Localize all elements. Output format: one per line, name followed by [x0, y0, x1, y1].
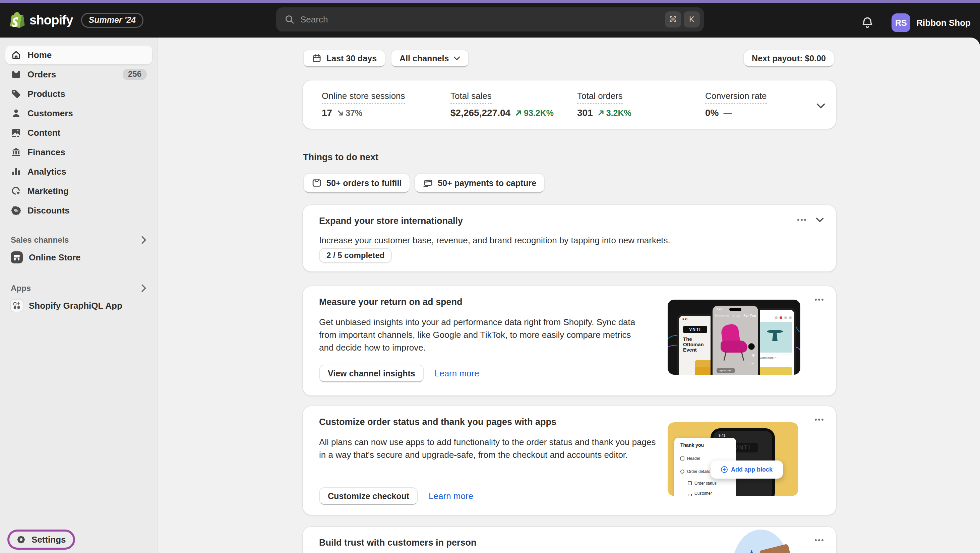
sidebar-item-analytics[interactable]: Analytics [5, 162, 152, 181]
home-icon [11, 49, 21, 60]
shopify-bag-icon [10, 11, 25, 29]
learn-more-link[interactable]: Learn more [429, 491, 473, 501]
orders-to-fulfill-button[interactable]: 50+ orders to fulfill [303, 173, 410, 193]
sidebar-item-label: Marketing [27, 186, 69, 196]
sales-channels-header[interactable]: Sales channels [5, 232, 152, 248]
todo-heading: Things to do next [303, 152, 379, 162]
avatar: RS [891, 13, 910, 32]
sidebar-item-finances[interactable]: Finances [5, 143, 152, 162]
shop-name: Ribbon Shop [916, 18, 970, 28]
next-payout-button[interactable]: Next payout: $0.00 [743, 49, 835, 67]
date-range-button[interactable]: Last 30 days [303, 49, 385, 67]
card-title: Customize order status and thank you pag… [319, 417, 556, 427]
finances-bank-icon [11, 147, 21, 157]
metric-total-sales: Total sales $2,265,227.04 93.2K% [450, 89, 554, 118]
sidebar-item-label: Analytics [27, 167, 66, 177]
plus-icon: + [721, 466, 728, 473]
vnti-logo: VNTI [683, 326, 707, 333]
phone-clock: 9:41 [719, 434, 725, 437]
sidebar-item-products[interactable]: Products [5, 84, 152, 103]
card-menu-ellipsis-icon[interactable] [797, 219, 807, 221]
ad-spend-illustration: 9:41 VNTI The Ottoman Event 9:41 Followi… [668, 300, 800, 375]
sidebar-item-home[interactable]: Home [5, 46, 152, 64]
sidebar: Home Orders 256 Products [0, 38, 158, 553]
calendar-icon [312, 53, 322, 64]
sidebar-item-marketing[interactable]: Marketing [5, 182, 152, 200]
metrics-card: Online store sessions 17 37% Total sales… [303, 80, 836, 129]
metric-value: 17 [322, 108, 332, 118]
top-accent-strip [0, 0, 980, 3]
comment-dots-icon: ⋯ [750, 361, 755, 366]
sidebar-item-graphiql-app[interactable]: Shopify GraphiQL App [5, 296, 152, 315]
sidebar-item-content[interactable]: Content [5, 123, 152, 142]
learn-more-link[interactable]: Learn more [435, 368, 479, 379]
topbar-right: RS Ribbon Shop [861, 5, 970, 40]
phone-clock: 9:41 [717, 308, 722, 311]
card-collapse-chevron-icon[interactable] [816, 217, 824, 222]
chevron-right-icon [141, 284, 147, 292]
online-store-icon [11, 251, 23, 264]
card-menu-ellipsis-icon[interactable] [815, 418, 824, 421]
search-input[interactable] [300, 14, 665, 25]
metric-value: $2,265,227.04 [450, 108, 511, 118]
button-label: Customize checkout [328, 491, 409, 501]
kbd-k: K [684, 11, 700, 27]
svg-text:%: % [14, 207, 18, 213]
apps-header[interactable]: Apps [5, 280, 152, 296]
metric-label[interactable]: Online store sessions [322, 91, 405, 104]
channel-filter-button[interactable]: All channels [391, 49, 469, 67]
metric-label[interactable]: Conversion rate [705, 91, 767, 104]
card-expand-internationally: Expand your store internationally Increa… [303, 205, 836, 272]
kbd-command: ⌘ [665, 11, 681, 27]
feed-tabs: FollowingShopFor You [713, 314, 758, 318]
metrics-expand-chevron-icon[interactable] [816, 99, 825, 111]
promoted-card: Learn more ↗ [757, 354, 792, 365]
panel-title: Thank you [675, 438, 736, 452]
metric-label[interactable]: Total sales [450, 91, 492, 104]
metric-online-store-sessions: Online store sessions 17 37% [322, 89, 405, 118]
phone-notch [729, 308, 741, 311]
metric-label[interactable]: Total orders [577, 91, 623, 104]
payments-to-capture-button[interactable]: 50+ payments to capture [414, 173, 545, 193]
card-title: Expand your store internationally [319, 216, 463, 226]
metric-value: 0% [705, 108, 719, 118]
sponsored-chip: Sponsored [717, 368, 735, 373]
sidebar-item-orders[interactable]: Orders 256 [5, 65, 152, 84]
card-title: Measure your return on ad spend [319, 297, 463, 307]
products-tag-icon [11, 89, 21, 99]
payment-card-icon [423, 178, 433, 188]
metric-change: 3.2K% [598, 108, 632, 118]
customize-checkout-button[interactable]: Customize checkout [319, 487, 418, 505]
panel-row-order-status: Order status [675, 478, 736, 488]
notifications-bell-icon[interactable] [861, 16, 874, 30]
date-range-label: Last 30 days [326, 54, 377, 64]
topbar: shopify Summer '24 ⌘ K RS Ribbon Sh [0, 3, 980, 38]
trust-illustration [732, 529, 790, 553]
arrow-up-right-icon [598, 110, 604, 116]
card-description: Get unbiased insights into your ad perfo… [319, 316, 635, 354]
ad-phone-center: 9:41 FollowingShopFor You ♥ ⋯ Sponsored … [711, 304, 760, 375]
view-channel-insights-button[interactable]: View channel insights [319, 365, 424, 382]
settings-label: Settings [32, 535, 66, 545]
shopify-logo[interactable]: shopify [0, 11, 73, 29]
global-search[interactable]: ⌘ K [276, 7, 704, 32]
marketing-target-icon [11, 186, 21, 196]
sidebar-item-discounts[interactable]: % Discounts [5, 201, 152, 220]
metric-change: 93.2K% [515, 108, 554, 118]
sidebar-item-label: Home [27, 50, 52, 60]
panel-row-customer-info: Customer information [675, 488, 736, 496]
card-menu-ellipsis-icon[interactable] [815, 539, 824, 542]
orders-icon [11, 69, 21, 80]
account-menu[interactable]: RS Ribbon Shop [891, 13, 970, 32]
sidebar-item-settings[interactable]: Settings [7, 529, 75, 550]
sidebar-item-customers[interactable]: Customers [5, 104, 152, 123]
fulfill-inbox-icon [312, 178, 322, 188]
shopify-wordmark: shopify [30, 13, 73, 27]
sidebar-item-online-store[interactable]: Online Store [5, 248, 152, 267]
discounts-percent-icon: % [11, 205, 21, 216]
metric-change: — [723, 108, 732, 118]
metric-total-orders: Total orders 301 3.2K% [577, 89, 632, 118]
card-menu-ellipsis-icon[interactable] [815, 298, 824, 301]
button-label: View channel insights [328, 369, 415, 378]
chevron-down-icon [453, 56, 460, 60]
